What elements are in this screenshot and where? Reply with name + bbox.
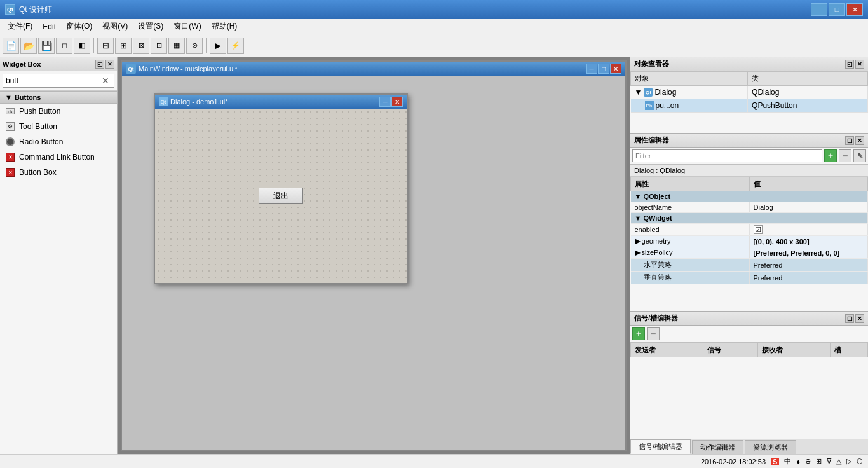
toolbar-layout-v[interactable]: ⊞ — [115, 38, 132, 54]
prop-value-objectname[interactable]: Dialog — [749, 202, 868, 213]
signal-remove-button[interactable]: − — [647, 327, 660, 340]
toolbar-layout-3[interactable]: ⊠ — [133, 38, 149, 54]
minimize-button[interactable]: ─ — [811, 3, 827, 16]
menu-settings[interactable]: 设置(S) — [133, 20, 168, 34]
table-row[interactable]: objectName Dialog — [631, 202, 868, 213]
table-row[interactable]: ▼ Qt Dialog QDialog — [631, 86, 868, 99]
toolbar-signal[interactable]: ⚡ — [227, 38, 244, 54]
table-row[interactable]: 水平策略 Preferred — [631, 259, 868, 272]
status-icon-9: ⬡ — [857, 457, 863, 465]
geometry-expand[interactable]: ▶ — [635, 237, 642, 245]
command-link-icon: ✕ — [5, 152, 15, 162]
property-filter-row: + − ✎ — [630, 148, 868, 165]
widget-item-push-button[interactable]: ok Push Button — [0, 104, 117, 119]
object-inspector-title: 对象查看器 — [634, 59, 669, 69]
main-content: Widget Box ◱ ✕ ✕ ▼ Buttons ok Push Butto… — [0, 57, 868, 454]
tab-signal-slot[interactable]: 信号/槽编辑器 — [630, 439, 691, 454]
signal-col-receiver: 接收者 — [758, 343, 831, 357]
table-row[interactable]: 垂直策略 Preferred — [631, 272, 868, 284]
menu-help[interactable]: 帮助(H) — [207, 20, 243, 34]
prop-name-hpolicy: 水平策略 — [631, 259, 750, 272]
main-window-close[interactable]: ✕ — [610, 64, 621, 74]
obj-inspector-float[interactable]: ◱ — [845, 60, 854, 69]
widget-box-close[interactable]: ✕ — [105, 60, 114, 69]
property-filter-input[interactable] — [632, 149, 822, 162]
signal-slot-title: 信号/槽编辑器 — [634, 313, 678, 323]
app-icon: Qt — [5, 4, 15, 15]
signal-slot-float[interactable]: ◱ — [845, 314, 854, 323]
menu-edit[interactable]: Edit — [37, 20, 61, 34]
prop-value-sizepolicy: [Preferred, Preferred, 0, 0] — [749, 247, 868, 259]
signal-slot-panel: 信号/槽编辑器 ◱ ✕ + − 发送者 信号 接收者 槽 — [630, 312, 868, 454]
property-table: 属性 值 ▼ QObject objectN — [630, 177, 868, 284]
push-button-label: Push Button — [19, 107, 60, 116]
status-icon-5: ⊞ — [816, 457, 822, 465]
tab-action-editor[interactable]: 动作编辑器 — [692, 440, 743, 454]
widget-item-command-link[interactable]: ✕ Command Link Button — [0, 149, 117, 165]
dialog-minimize[interactable]: ─ — [379, 97, 391, 107]
widget-item-radio-button[interactable]: Radio Button — [0, 134, 117, 149]
menu-view[interactable]: 视图(V) — [97, 20, 133, 34]
toolbar-layout-5[interactable]: ▦ — [168, 38, 185, 54]
expand-icon[interactable]: ▼ — [635, 88, 642, 97]
widget-item-tool-button[interactable]: ⚙ Tool Button — [0, 119, 117, 134]
dialog-exit-button[interactable]: 退出 — [259, 188, 303, 204]
toolbar-open[interactable]: 📂 — [20, 38, 37, 54]
toolbar-box1[interactable]: ◻ — [56, 38, 72, 54]
close-button[interactable]: ✕ — [846, 3, 863, 16]
sizepolicy-expand[interactable]: ▶ — [635, 249, 642, 256]
toolbar-box2[interactable]: ◧ — [74, 38, 90, 54]
table-row[interactable]: ▼ QObject — [631, 191, 868, 202]
enabled-checkbox[interactable]: ☑ — [754, 225, 763, 234]
dialog-title-text: Dialog - demo1.ui* — [170, 98, 379, 106]
dialog-controls: ─ ✕ — [379, 97, 403, 107]
tab-resource-browser[interactable]: 资源浏览器 — [745, 440, 796, 454]
prop-col-name: 属性 — [631, 177, 750, 191]
table-row[interactable]: ▶ sizePolicy [Preferred, Preferred, 0, 0… — [631, 247, 868, 259]
property-minus-button[interactable]: − — [839, 149, 851, 162]
table-row[interactable]: ▼ QWidget — [631, 213, 868, 224]
menu-window[interactable]: 窗口(W) — [168, 20, 206, 34]
signal-col-sender: 发送者 — [631, 343, 703, 357]
menu-form[interactable]: 窗体(O) — [61, 20, 97, 34]
app-title: Qt 设计师 — [19, 4, 811, 15]
signal-slot-close[interactable]: ✕ — [855, 314, 864, 323]
expand-icon: ▼ — [5, 93, 12, 101]
property-context: Dialog : QDialog — [630, 165, 868, 177]
signal-add-button[interactable]: + — [632, 327, 645, 340]
main-window-maximize[interactable]: □ — [598, 64, 609, 74]
title-bar: Qt Qt 设计师 ─ □ ✕ — [0, 0, 868, 19]
toolbar-new[interactable]: 📄 — [3, 38, 19, 54]
widget-box-float[interactable]: ◱ — [95, 60, 104, 69]
toolbar-layout-6[interactable]: ⊘ — [186, 38, 203, 54]
status-icon-6: ∇ — [827, 457, 831, 465]
right-panels: 对象查看器 ◱ ✕ 对象 类 — [630, 57, 868, 454]
table-row[interactable]: Pb pu...on QPushButton — [631, 99, 868, 113]
buttons-category[interactable]: ▼ Buttons — [0, 91, 117, 104]
search-box: ✕ — [0, 71, 117, 91]
main-window-minimize[interactable]: ─ — [586, 64, 597, 74]
prop-editor-close[interactable]: ✕ — [855, 136, 864, 145]
widget-box-title: Widget Box — [3, 60, 41, 68]
toolbar-save[interactable]: 💾 — [38, 38, 55, 54]
property-add-button[interactable]: + — [824, 149, 837, 162]
toolbar-sep-2 — [206, 38, 207, 53]
menu-file[interactable]: 文件(F) — [3, 20, 37, 34]
dialog-close[interactable]: ✕ — [391, 97, 403, 107]
property-pencil-button[interactable]: ✎ — [853, 149, 866, 162]
toolbar: 📄 📂 💾 ◻ ◧ ⊟ ⊞ ⊠ ⊡ ▦ ⊘ ▶ ⚡ — [0, 34, 868, 57]
table-row[interactable]: enabled ☑ — [631, 224, 868, 236]
radio-button-icon — [5, 137, 15, 147]
prop-editor-float[interactable]: ◱ — [845, 136, 854, 145]
status-icon-3: ♦ — [796, 458, 800, 465]
group-expand-icon: ▼ — [635, 214, 644, 222]
toolbar-preview[interactable]: ▶ — [210, 38, 226, 54]
toolbar-layout-4[interactable]: ⊡ — [151, 38, 167, 54]
table-row[interactable]: ▶ geometry [(0, 0), 400 x 300] — [631, 236, 868, 247]
search-clear-icon[interactable]: ✕ — [102, 76, 109, 86]
obj-inspector-close[interactable]: ✕ — [855, 60, 864, 69]
maximize-button[interactable]: □ — [829, 3, 845, 16]
toolbar-layout-h[interactable]: ⊟ — [97, 38, 114, 54]
widget-item-button-box[interactable]: ✕ Button Box — [0, 165, 117, 180]
search-input[interactable] — [3, 74, 114, 88]
